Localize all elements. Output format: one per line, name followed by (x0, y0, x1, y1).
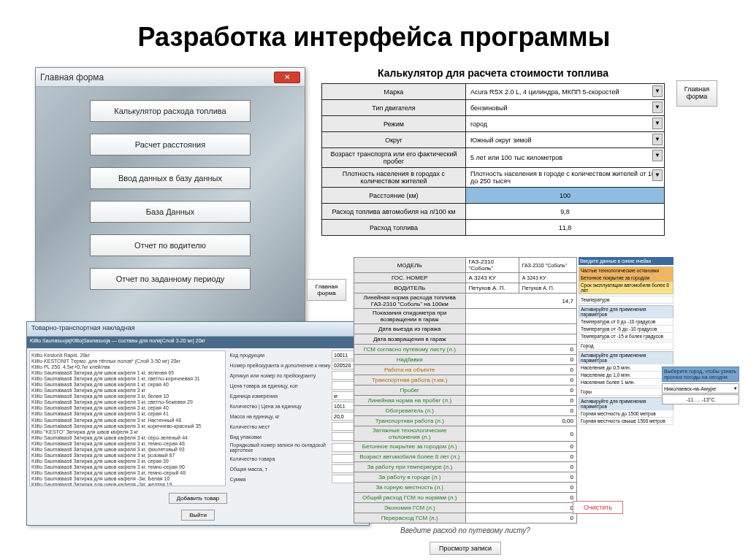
product-list-item[interactable]: Kiilto Saumalaasti Затирка для швов кафе… (31, 470, 224, 476)
fuel-log-value[interactable]: 0 (465, 493, 577, 503)
calc-title: Калькулятор для расчета стоимости топлив… (321, 67, 665, 79)
fuel-log-value[interactable]: 0 (465, 503, 577, 513)
calc-label: Расход топлива (322, 220, 466, 236)
fuel-log-value[interactable]: 0 (465, 406, 577, 416)
city-section-title: Город (579, 342, 673, 350)
calc-dropdown[interactable]: Плотность населения в городе с количеств… (465, 168, 664, 188)
fuel-log-value[interactable]: 0 (465, 483, 577, 493)
fuel-log-value[interactable] (465, 334, 577, 345)
temp-activate-checkbox[interactable]: Активируйте для применения параметров (579, 305, 673, 318)
fuel-log-value[interactable]: 0 (465, 513, 577, 523)
product-list-item[interactable]: Kiilto Saumalaasti Затирка для швов кафе… (31, 453, 224, 459)
fuel-log-value[interactable]: 0 (465, 355, 577, 365)
parameters-banner: Введите данные в синие ячейки (579, 257, 673, 265)
clear-button[interactable]: Очистить (573, 501, 623, 514)
product-list-item[interactable]: Kiilto Saumalaasti Затирка для швов кафе… (31, 370, 224, 376)
main-form-button-top[interactable]: Главная форма (676, 80, 717, 107)
add-product-button[interactable]: Добавить товар (169, 493, 228, 504)
btn-period-report[interactable]: Отчет по заданному периоду (90, 268, 251, 290)
product-list-item[interactable]: Kiilto Saumalaasti Затирка для швов кафе… (31, 482, 224, 486)
fuel-log-label: Возраст автомобиля более 8 лет (л.) (354, 452, 466, 462)
product-list-item[interactable]: Kiilto Saumalaasti Затирка для швов кафе… (31, 447, 224, 453)
fuel-log-value[interactable] (465, 324, 577, 334)
fuel-log-label: ГСМ согласно путевому листу (л.) (354, 345, 466, 355)
mount-activate-checkbox[interactable]: Активируйте для применения параметров (579, 397, 673, 410)
exit-button[interactable]: Выйти (181, 510, 215, 521)
param-toggle[interactable]: Частые технологические остановки (579, 267, 673, 274)
btn-driver-report[interactable]: Отчет по водителю (90, 234, 251, 256)
fuel-log-value[interactable]: 0 (465, 426, 577, 442)
btn-database[interactable]: База Данных (90, 201, 251, 223)
fuel-log-value[interactable]: 0 (465, 442, 577, 452)
product-list-item[interactable]: Kiilto Saumalaasti Затирка для швов кафе… (31, 418, 224, 423)
main-form-body: Калькулятор расхода топлива Расчет расст… (36, 87, 305, 333)
btn-distance-calc[interactable]: Расчет расстояния (90, 134, 251, 156)
fuel-log-label: Надбавки (354, 355, 466, 365)
btn-data-entry[interactable]: Ввод данных в базу данных (90, 167, 251, 189)
city-activate-checkbox[interactable]: Активируйте для применения параметров (579, 351, 673, 364)
close-icon[interactable]: ✕ (274, 72, 300, 83)
fuel-log-value[interactable]: 0 (465, 345, 577, 355)
main-form-button-mid[interactable]: Главная форма (307, 279, 346, 301)
vehicle-field-label: МОДЕЛЬ (354, 258, 466, 273)
weather-city-select[interactable]: Николаевск-на-Амуре ▾ (662, 383, 739, 394)
calc-panel: Калькулятор для расчета стоимости топлив… (321, 67, 665, 236)
calc-distance-input[interactable]: 100 (465, 188, 664, 204)
product-list-item[interactable]: Kiilto Saumalaasti Затирка для швов кафе… (31, 423, 224, 429)
calc-dropdown[interactable]: 5 лет или 100 тыс километров▼ (465, 148, 664, 168)
btn-fuel-calculator[interactable]: Калькулятор расхода топлива (90, 100, 251, 122)
product-list-item[interactable]: Kiilto Kestonit Rapid. 20кг (31, 353, 224, 358)
fuel-log-value[interactable]: 0 (465, 386, 577, 396)
param-toggle[interactable]: Срок эксплуатации автомобиля более 8 лет (579, 282, 673, 294)
product-list-item[interactable]: Kiilto Saumalaasti Затирка для швов кафе… (31, 388, 224, 394)
calc-dropdown[interactable]: бензиновый▼ (465, 100, 664, 116)
product-list-item[interactable]: Kiilto PL 250. 4,5кг+0,7кг клей/лак (31, 364, 224, 370)
product-list-item[interactable]: Kiilto Saumalaasti Затирка для швов кафе… (31, 411, 224, 417)
product-list-item[interactable]: Kiilto Saumalaasti Затирка для швов кафе… (31, 435, 224, 441)
view-record-button[interactable]: Просмотр записи (430, 542, 501, 555)
calc-label: Плотность населения в городах с количест… (322, 168, 466, 188)
calc-dropdown[interactable]: Acura RSX 2.0 L, 4 цилиндра, МКПП 5-скор… (465, 84, 664, 100)
calc-label: Марка (322, 84, 466, 100)
product-list-item[interactable]: Kiilto Saumalaasti Затирка для швов кафе… (31, 382, 224, 388)
calc-label: Расход топлива автомобиля на л/100 км (322, 204, 466, 220)
chevron-down-icon: ▼ (652, 118, 663, 129)
weather-widget: Выберите город, чтобы узнать прогноз пог… (662, 367, 739, 404)
fuel-log-value[interactable] (465, 309, 577, 324)
calc-dropdown[interactable]: Южный округ зимой▼ (465, 132, 664, 148)
fuel-log-label: Обогреватель (л.) (354, 406, 466, 416)
product-list-item[interactable]: Kiilto Saumalaasti Затирка для швов кафе… (31, 464, 224, 470)
product-list-item[interactable]: Kiilto Saumalaasti Затирка для швов кафе… (31, 399, 224, 405)
fuel-log-value[interactable]: 0,00 (465, 416, 577, 426)
main-form-window: Главная форма ✕ Калькулятор расхода топл… (35, 67, 305, 334)
slide-title: Разработка интерфейса программы (0, 0, 748, 67)
fuel-log-value[interactable]: 0 (465, 472, 577, 483)
calc-label: Округ (322, 132, 466, 148)
calc-label: Тип двигателя (322, 100, 466, 116)
chevron-down-icon: ▼ (652, 169, 663, 181)
param-option[interactable]: Население более 1 млн. (579, 378, 673, 386)
product-list-item[interactable]: Kiilto Saumalaasti Затирка для швов кафе… (31, 441, 224, 447)
product-list-item[interactable]: Kiilto Saumalaasti Затирка для швов кафе… (31, 459, 224, 464)
fuel-log-table: Показания спидометра при возвращении в г… (354, 308, 577, 523)
fuel-log-value[interactable]: 0 (465, 462, 577, 472)
vehicle-field-echo: ГАЗ-2310 "Соболь" (519, 258, 576, 273)
product-list-item[interactable]: Kiilto Saumalaasti Затирка для швов кафе… (31, 476, 224, 482)
invoice-product-list[interactable]: Kiilto Kestonit Rapid. 20кгKiilto KESTON… (29, 350, 226, 486)
product-list-item[interactable]: Kiilto Saumalaasti Затирка для швов кафе… (31, 394, 224, 399)
product-list-item[interactable]: Kiilto Saumalaasti Затирка для швов кафе… (31, 376, 224, 382)
calc-dropdown[interactable]: город▼ (465, 116, 664, 132)
param-toggle[interactable]: Бетонное покрытие за городом (579, 275, 673, 281)
product-list-item[interactable]: Kiilto Saumalaasti Затирка для швов кафе… (31, 405, 224, 411)
product-list-item[interactable]: Kiilto KESTONIT Tермо. для тёплых полов*… (31, 358, 224, 364)
fuel-log-value[interactable]: 0 (465, 396, 577, 406)
param-option[interactable]: Температура от -15 и более градусов (579, 332, 673, 340)
fuel-log-label: Пробег (354, 386, 466, 396)
param-option[interactable]: Горная местность свыше 1500 метров (579, 417, 673, 425)
mount-section-title: Горы (579, 388, 673, 396)
fuel-log-value[interactable]: 0 (465, 365, 577, 375)
main-form-title: Главная форма (40, 72, 104, 83)
fuel-log-value[interactable]: 0 (465, 375, 577, 386)
product-list-item[interactable]: Kiilto "KESTO" Затирка для швов кафеля 3… (31, 429, 224, 435)
fuel-log-value[interactable]: 0 (465, 452, 577, 462)
